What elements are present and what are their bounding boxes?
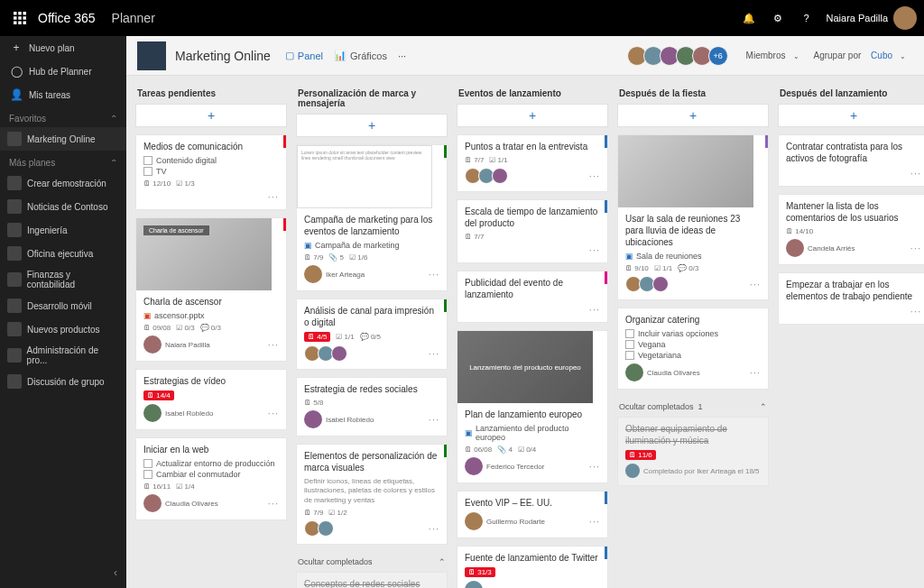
task-card[interactable]: Elementos de personalización de marca vi… bbox=[296, 444, 448, 545]
card-more-icon[interactable]: ··· bbox=[429, 269, 439, 280]
task-card[interactable]: Mantener la lista de los comentarios de … bbox=[778, 194, 924, 265]
card-assignee: Isabel Robledo bbox=[304, 410, 374, 428]
task-card[interactable]: Publicidad del evento de lanzamiento··· bbox=[457, 271, 608, 323]
card-more-icon[interactable]: ··· bbox=[750, 279, 761, 289]
hide-completed-toggle[interactable]: Ocultar completados⌃ bbox=[296, 552, 448, 572]
add-task-button[interactable]: + bbox=[135, 104, 287, 127]
my-tasks-link[interactable]: 👤 Mis tareas bbox=[0, 83, 126, 106]
card-more-icon[interactable]: ··· bbox=[910, 306, 921, 317]
app-launcher-icon[interactable] bbox=[7, 5, 32, 31]
card-more-icon[interactable]: ··· bbox=[268, 498, 279, 509]
sidebar-plan-item[interactable]: Administración de pro... bbox=[0, 341, 126, 370]
more-menu[interactable]: ··· bbox=[398, 51, 406, 61]
task-card[interactable]: Empezar a trabajar en los elementos de t… bbox=[778, 272, 924, 325]
add-task-button[interactable]: + bbox=[296, 114, 448, 137]
attachment-count: 📎 5 bbox=[328, 253, 344, 262]
checklist-item[interactable]: Contenido digital bbox=[143, 156, 279, 165]
card-more-icon[interactable]: ··· bbox=[589, 584, 600, 588]
task-card[interactable]: Contratar contratista para los activos d… bbox=[778, 134, 924, 187]
more-plans-section-header[interactable]: Más planes ⌃ bbox=[0, 151, 126, 171]
card-more-icon[interactable]: ··· bbox=[429, 523, 439, 534]
sidebar-plan-item[interactable]: Oficina ejecutiva bbox=[0, 242, 126, 265]
card-more-icon[interactable]: ··· bbox=[910, 243, 921, 253]
task-card[interactable]: Análisis de canal para impresión o digit… bbox=[296, 299, 448, 370]
settings-gear-icon[interactable]: ⚙ bbox=[763, 4, 792, 32]
planner-hub-link[interactable]: ◯ Hub de Planner bbox=[0, 60, 126, 83]
card-more-icon[interactable]: ··· bbox=[589, 170, 600, 181]
user-menu[interactable]: Naiara Padilla bbox=[827, 6, 917, 30]
card-meta: 🗓 06/08📎 4☑ 0/4 bbox=[465, 446, 600, 454]
task-card[interactable]: Conceptos de redes sociales🗓 20/12/2016C… bbox=[296, 572, 448, 588]
task-card[interactable]: Iniciar en la webActualizar entorno de p… bbox=[135, 437, 287, 520]
sidebar-plan-item[interactable]: Nuevos productos bbox=[0, 317, 126, 341]
card-more-icon[interactable]: ··· bbox=[268, 191, 279, 202]
card-more-icon[interactable]: ··· bbox=[429, 348, 439, 359]
checklist-item[interactable]: Vegetariana bbox=[625, 351, 761, 360]
group-by-dropdown[interactable]: Agrupar por Cubo⌄ bbox=[810, 51, 910, 60]
card-title: Contratar contratista para los activos d… bbox=[786, 141, 921, 164]
sidebar-plan-item[interactable]: Noticias de Contoso bbox=[0, 195, 126, 218]
more-plans-label: Más planes bbox=[9, 158, 55, 168]
task-card[interactable]: Obtener equipamiento de iluminación y mú… bbox=[617, 417, 769, 486]
notifications-icon[interactable]: 🔔 bbox=[735, 4, 763, 32]
sidebar-plan-item[interactable]: Ingeniería bbox=[0, 218, 126, 242]
sidebar-plan-item[interactable]: Finanzas y contabilidad bbox=[0, 265, 126, 294]
members-dropdown[interactable]: Miembros⌄ bbox=[743, 51, 803, 60]
task-card[interactable]: Fuente de lanzamiento de Twitter🗓 31/3Is… bbox=[457, 546, 608, 588]
sidebar-plan-item[interactable]: Desarrollo móvil bbox=[0, 294, 126, 317]
card-meta: 🗓 09/08☑ 0/3💬 0/3 bbox=[143, 324, 279, 332]
help-icon[interactable]: ? bbox=[792, 4, 821, 32]
checklist-item[interactable]: Cambiar el conmutador bbox=[143, 470, 279, 479]
due-date: 🗓 9/10 bbox=[625, 264, 649, 272]
card-more-icon[interactable]: ··· bbox=[589, 304, 600, 315]
sidebar-plan-item[interactable]: Crear demostración bbox=[0, 171, 126, 195]
task-card[interactable]: Organizar cateringIncluir varias opcione… bbox=[617, 308, 769, 390]
add-task-button[interactable]: + bbox=[457, 104, 608, 127]
task-card[interactable]: Puntos a tratar en la entrevista🗓 7/7☑ 1… bbox=[457, 134, 608, 192]
card-more-icon[interactable]: ··· bbox=[268, 408, 279, 418]
tab-charts[interactable]: 📊 Gráficos bbox=[334, 50, 387, 61]
checklist-item[interactable]: Vegana bbox=[625, 340, 761, 349]
category-label bbox=[444, 445, 447, 457]
bucket-title[interactable]: Eventos de lanzamiento bbox=[457, 85, 608, 104]
checklist-item[interactable]: Actualizar entorno de producción bbox=[143, 459, 279, 468]
checklist-item[interactable]: TV bbox=[143, 167, 279, 176]
card-more-icon[interactable]: ··· bbox=[589, 244, 600, 255]
bucket-title[interactable]: Personalización de marca y mensajería bbox=[296, 85, 448, 114]
top-bar: Office 365 Planner 🔔 ⚙ ? Naiara Padilla bbox=[0, 0, 924, 36]
card-attachment-link: ▣Campaña de marketing bbox=[304, 241, 439, 250]
plan-header-bar: Marketing Online ▢ Panel 📊 Gráficos ··· … bbox=[126, 36, 924, 76]
checklist-item[interactable]: Incluir varias opciones bbox=[625, 329, 761, 338]
card-more-icon[interactable]: ··· bbox=[429, 414, 439, 425]
plan-icon bbox=[137, 41, 166, 70]
svg-rect-4 bbox=[18, 16, 22, 20]
card-more-icon[interactable]: ··· bbox=[268, 339, 279, 350]
add-task-button[interactable]: + bbox=[617, 104, 769, 127]
card-more-icon[interactable]: ··· bbox=[910, 168, 921, 179]
favorites-section-header[interactable]: Favoritos ⌃ bbox=[0, 106, 126, 127]
bucket-title[interactable]: Después del lanzamiento bbox=[778, 85, 924, 104]
task-card[interactable]: Evento VIP – EE. UU.Guillermo Rodarte··· bbox=[457, 491, 608, 538]
bucket-title[interactable]: Tareas pendientes bbox=[135, 85, 287, 104]
task-card[interactable]: Charla de ascensorCharla de ascensor▣asc… bbox=[135, 217, 287, 362]
task-card[interactable]: Usar la sala de reuniones 23 para lluvia… bbox=[617, 134, 769, 300]
hide-completed-toggle[interactable]: Ocultar completados 1⌃ bbox=[617, 397, 769, 417]
sidebar-plan-item[interactable]: Discusión de grupo bbox=[0, 370, 126, 393]
new-plan-button[interactable]: + Nuevo plan bbox=[0, 36, 126, 60]
card-more-icon[interactable]: ··· bbox=[750, 367, 761, 378]
plan-members[interactable]: +6 bbox=[631, 46, 728, 66]
collapse-sidebar-icon[interactable]: ‹ bbox=[114, 566, 117, 579]
task-card[interactable]: Medios de comunicaciónContenido digitalT… bbox=[135, 134, 287, 210]
card-more-icon[interactable]: ··· bbox=[589, 461, 600, 472]
task-card[interactable]: Estrategia de redes sociales🗓 5/8Isabel … bbox=[296, 377, 448, 436]
task-card[interactable]: Plan de lanzamiento europeo▣Lanzamiento … bbox=[457, 330, 608, 483]
task-card[interactable]: Lorem ipsum dolor sit amet text placehol… bbox=[296, 144, 448, 291]
tab-board[interactable]: ▢ Panel bbox=[285, 50, 323, 61]
add-task-button[interactable]: + bbox=[778, 104, 924, 127]
task-card[interactable]: Escala de tiempo de lanzamiento del prod… bbox=[457, 199, 608, 263]
bucket-title[interactable]: Después de la fiesta bbox=[617, 85, 769, 104]
plan-thumb bbox=[7, 223, 22, 237]
task-card[interactable]: Estrategias de vídeo🗓 14/4Isabel Robledo… bbox=[135, 369, 287, 430]
card-more-icon[interactable]: ··· bbox=[589, 516, 600, 527]
sidebar-plan-item[interactable]: Marketing Online bbox=[0, 127, 126, 151]
